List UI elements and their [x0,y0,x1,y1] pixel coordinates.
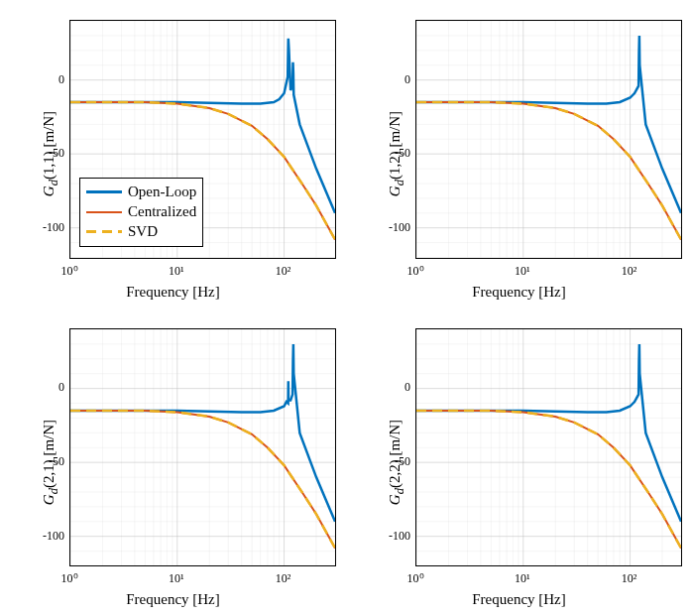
ytick-label: -50 [40,146,64,161]
xtick-label: 10⁰ [407,264,424,279]
legend-centralized: Centralized [86,202,196,222]
xtick-label: 10² [276,264,291,279]
panel-gd21: Gd(2,1) [m/N] Frequency [Hz] 10⁰10¹10²-1… [0,308,346,617]
ytick-label: -50 [386,453,410,468]
xtick-label: 10² [622,571,637,586]
legend-label: Open-Loop [128,184,196,200]
plot-area-gd22 [415,328,682,567]
panel-gd11: Gd(1,1) [m/N] Frequency [Hz] Open-Loop C… [0,0,346,308]
xlabel-gd22: Frequency [Hz] [472,591,566,608]
xtick-label: 10¹ [169,571,184,586]
xtick-label: 10⁰ [61,264,78,279]
legend-box: Open-Loop Centralized SVD [79,178,203,247]
plot-area-gd12 [415,20,682,259]
curve-svd [416,410,681,548]
curve-svd [70,410,335,548]
xlabel-gd12: Frequency [Hz] [472,284,566,301]
ytick-label: -100 [40,528,64,543]
curve-centralized [416,410,681,548]
ytick-label: 0 [40,380,64,395]
legend-line-icon [86,211,122,213]
panel-gd22: Gd(2,2) [m/N] Frequency [Hz] 10⁰10¹10²-1… [346,308,692,617]
xtick-label: 10⁰ [407,571,424,586]
curve-svd [416,102,681,240]
xlabel-gd21: Frequency [Hz] [126,591,220,608]
xtick-label: 10¹ [169,264,184,279]
xlabel-gd11: Frequency [Hz] [126,284,220,301]
legend-dashline-icon [86,230,122,233]
legend-label: SVD [128,223,158,240]
xtick-label: 10² [276,571,291,586]
panel-gd12: Gd(1,2) [m/N] Frequency [Hz] 10⁰10¹10²-1… [346,0,692,308]
xtick-label: 10² [622,264,637,279]
ytick-label: -50 [386,146,410,161]
ytick-label: 0 [386,71,410,86]
ytick-label: 0 [386,380,410,395]
legend-svd: SVD [86,222,196,242]
ytick-label: -50 [40,453,64,468]
curve-centralized [70,410,335,548]
ytick-label: -100 [40,220,64,235]
ytick-label: 0 [40,71,64,86]
ytick-label: -100 [386,220,410,235]
chart-grid: Gd(1,1) [m/N] Frequency [Hz] Open-Loop C… [0,0,692,616]
legend-label: Centralized [128,203,196,220]
legend-line-icon [86,190,122,193]
xtick-label: 10¹ [515,571,530,586]
legend-openloop: Open-Loop [86,183,196,202]
xtick-label: 10⁰ [61,571,78,586]
ytick-label: -100 [386,528,410,543]
xtick-label: 10¹ [515,264,530,279]
plot-area-gd21 [69,328,336,567]
curve-centralized [416,102,681,240]
